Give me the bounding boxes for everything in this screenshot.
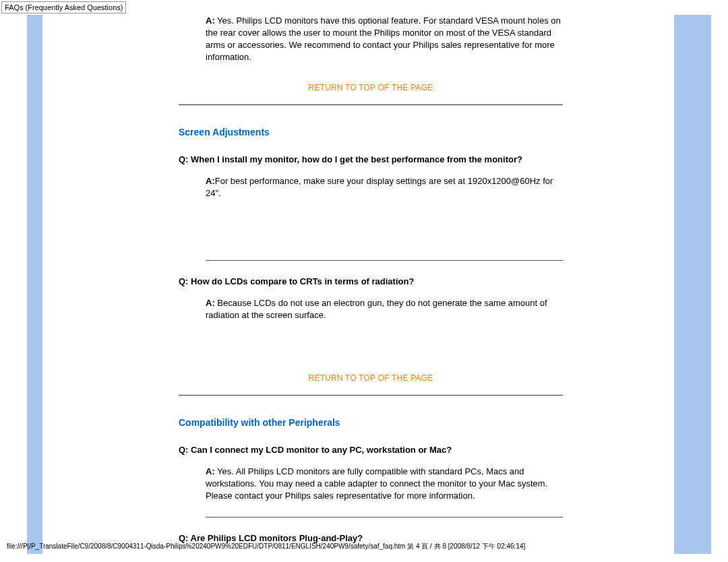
main-content: A: Yes. Philips LCD monitors have this o…: [179, 15, 563, 550]
a-text: Yes. All Philips LCD monitors are fully …: [206, 466, 547, 501]
answer-text: Yes. Philips LCD monitors have this opti…: [206, 15, 561, 62]
decor-stripe-left: [27, 15, 42, 554]
section-screen-adjustments: Screen Adjustments: [179, 127, 563, 137]
return-top-link-wrap: RETURN TO TOP OF THE PAGE: [179, 82, 563, 92]
footer-path: file:///P|/P_TranslateFile/C9/2008/8/C90…: [7, 542, 525, 551]
a-label: A:: [206, 176, 215, 186]
q-connect-any-pc: Q: Can I connect my LCD monitor to any P…: [179, 444, 563, 456]
decor-stripe-right: [674, 15, 711, 554]
a-connect-any-pc: A: Yes. All Philips LCD monitors are ful…: [206, 466, 563, 502]
divider: [179, 104, 563, 105]
divider: [179, 395, 563, 396]
answer-label: A:: [206, 15, 215, 26]
q-label: Q:: [179, 154, 188, 164]
q-label: Q:: [179, 445, 188, 455]
a-best-performance: A:For best performance, make sure your d…: [206, 175, 563, 199]
section-compatibility: Compatibility with other Peripherals: [179, 417, 563, 428]
q-best-performance: Q: When I install my monitor, how do I g…: [179, 154, 563, 166]
a-label: A:: [206, 298, 215, 308]
divider-inset: [206, 517, 563, 518]
return-top-link[interactable]: RETURN TO TOP OF THE PAGE: [309, 83, 433, 92]
q-radiation: Q: How do LCDs compare to CRTs in terms …: [179, 276, 563, 288]
answer-vesa: A: Yes. Philips LCD monitors have this o…: [206, 15, 563, 63]
q-text: Can I connect my LCD monitor to any PC, …: [188, 445, 452, 455]
page-body: A: Yes. Philips LCD monitors have this o…: [0, 15, 728, 554]
a-text: Because LCDs do not use an electron gun,…: [206, 298, 547, 320]
return-top-link-wrap: RETURN TO TOP OF THE PAGE: [179, 373, 563, 383]
page-header-title: FAQs (Frequently Asked Questions): [1, 1, 126, 13]
a-text: For best performance, make sure your dis…: [206, 176, 553, 198]
divider-inset: [206, 260, 563, 261]
return-top-link[interactable]: RETURN TO TOP OF THE PAGE: [309, 373, 433, 383]
q-label: Q:: [179, 276, 188, 286]
a-radiation: A: Because LCDs do not use an electron g…: [206, 297, 563, 321]
q-text: How do LCDs compare to CRTs in terms of …: [188, 276, 414, 286]
a-label: A:: [206, 466, 215, 476]
q-text: When I install my monitor, how do I get …: [188, 154, 522, 164]
